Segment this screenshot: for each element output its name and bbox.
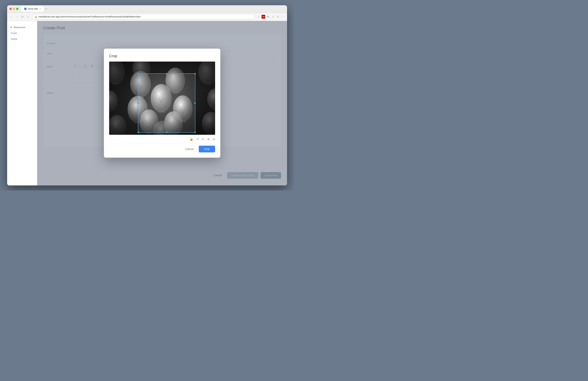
- browser-tab[interactable]: Nova Site ✕: [21, 6, 43, 12]
- rotate-left-icon[interactable]: ↺: [196, 137, 199, 141]
- crop-handle-bottom-left[interactable]: [138, 132, 139, 133]
- ext2-icon[interactable]: ⚡: [271, 15, 275, 19]
- modal-title: Crop: [109, 54, 215, 58]
- url-bar[interactable]: 🔒 medialibrary-test-app.test/nova/resour…: [32, 14, 255, 19]
- adblock-icon[interactable]: ABP: [261, 15, 265, 19]
- modal-footer: Cancel Crop: [109, 144, 215, 152]
- zoom-out-icon[interactable]: ⊖: [213, 137, 215, 141]
- minimize-button[interactable]: [13, 8, 15, 10]
- address-bar: ← → ↻ ⌂ 🔒 medialibrary-test-app.test/nov…: [7, 13, 287, 21]
- back-button[interactable]: ←: [9, 15, 13, 18]
- crop-handle-top-right[interactable]: [194, 73, 196, 75]
- traffic-lights: [9, 8, 19, 10]
- close-button[interactable]: [9, 8, 12, 10]
- new-tab-button[interactable]: +: [44, 7, 48, 11]
- lock-aspect-icon[interactable]: 🔒: [189, 137, 193, 141]
- sidebar: ⊞ Resources Posts Users: [7, 21, 37, 185]
- crop-container: [109, 61, 215, 135]
- crop-handle-middle-right[interactable]: [194, 102, 196, 104]
- sidebar-resources-label: Resources: [14, 26, 25, 29]
- sidebar-resources-section: ⊞ Resources: [7, 25, 37, 30]
- main-content: Create Post Preview User Body B I: [37, 21, 287, 185]
- browser-content: ⊞ Resources Posts Users Create Post Prev…: [7, 21, 287, 185]
- crop-handle-bottom-middle[interactable]: [166, 132, 168, 133]
- browser-window: Nova Site ✕ + ← → ↻ ⌂ 🔒 medialibrary-tes…: [7, 5, 287, 185]
- modal-crop-button[interactable]: Crop: [199, 146, 215, 152]
- modal-cancel-button[interactable]: Cancel: [182, 146, 197, 152]
- ext3-icon[interactable]: D: [276, 15, 280, 19]
- tab-close-icon[interactable]: ✕: [40, 8, 41, 10]
- tab-favicon: [24, 7, 27, 10]
- home-button[interactable]: ⌂: [26, 15, 30, 18]
- crop-modal: Crop: [104, 49, 220, 158]
- crop-toolbar: 🔒 ↺ ↻ ⊕ ⊖: [109, 135, 215, 144]
- crop-handle-top-left[interactable]: [138, 73, 139, 75]
- resources-icon: ⊞: [10, 26, 12, 29]
- url-text: medialibrary-test-app.test/nova/resource…: [39, 15, 141, 18]
- zoom-in-icon[interactable]: ⊕: [207, 137, 210, 141]
- maximize-button[interactable]: [16, 8, 19, 10]
- crop-handle-middle-left[interactable]: [138, 102, 139, 104]
- menu-icon[interactable]: ⋮: [281, 15, 285, 19]
- tab-title: Nova Site: [28, 7, 38, 10]
- modal-overlay: Crop: [37, 21, 287, 185]
- sidebar-item-users[interactable]: Users: [7, 37, 37, 41]
- tab-bar: Nova Site ✕ +: [21, 6, 285, 12]
- lock-icon: 🔒: [35, 16, 37, 18]
- ext1-icon[interactable]: V: [266, 15, 270, 19]
- crop-handle-top-middle[interactable]: [166, 73, 168, 75]
- reload-button[interactable]: ↻: [21, 15, 24, 18]
- title-bar: Nova Site ✕ +: [7, 5, 287, 13]
- sidebar-item-posts[interactable]: Posts: [7, 31, 37, 36]
- rotate-right-icon[interactable]: ↻: [202, 137, 204, 141]
- crop-handle-bottom-right[interactable]: [194, 132, 196, 133]
- star-icon[interactable]: ☆: [257, 15, 260, 19]
- browser-actions: ☆ ABP V ⚡ D ⋮: [257, 15, 285, 19]
- forward-button[interactable]: →: [15, 15, 19, 18]
- crop-selection-box[interactable]: [138, 73, 195, 133]
